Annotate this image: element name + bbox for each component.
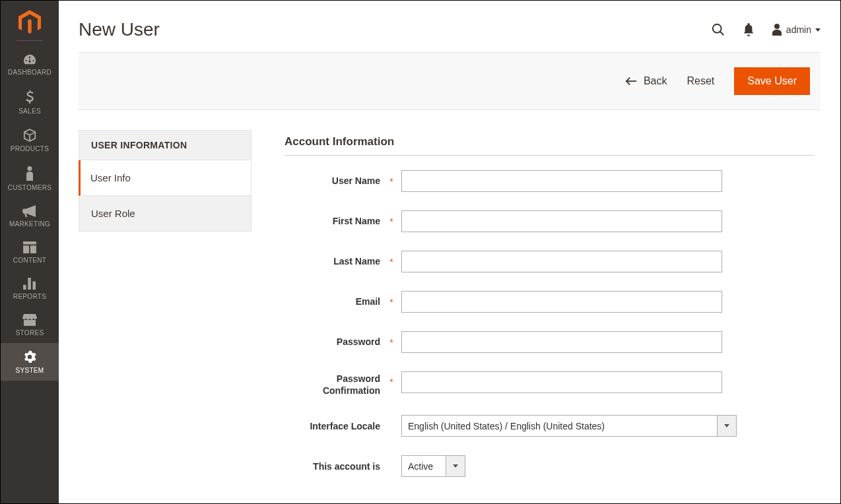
password-label: Password [285,336,387,348]
required-star: * [387,176,396,187]
sidebar-item-label: SYSTEM [1,367,59,374]
chevron-down-icon [717,415,737,437]
gear-icon [1,350,59,363]
sidebar-item-label: CONTENT [1,257,59,264]
locale-select[interactable]: English (United States) / English (Unite… [401,415,737,437]
svg-line-1 [720,32,724,36]
page-title: New User [79,19,160,40]
gauge-icon [1,53,59,65]
user-icon [772,24,782,36]
username-label: User Name [285,175,387,187]
sidebar-item-label: DASHBOARD [1,69,59,76]
svg-point-0 [713,24,722,33]
required-star: * [387,297,396,307]
sidebar-item-sales[interactable]: SALES [1,82,59,121]
admin-label: admin [786,24,811,35]
tabs-header: USER INFORMATION [79,130,252,160]
sidebar-item-label: SALES [1,108,59,115]
sidebar-item-label: STORES [1,329,59,336]
layout-icon [1,241,59,253]
username-field[interactable] [401,170,722,192]
save-user-button[interactable]: Save User [734,67,810,95]
sidebar-item-stores[interactable]: STORES [1,307,59,343]
sidebar-item-label: REPORTS [1,293,59,300]
lastname-label: Last Name [285,255,387,267]
sidebar-item-customers[interactable]: CUSTOMERS [1,159,59,198]
header-actions: admin [711,22,821,37]
page-action-bar: Back Reset Save User [79,52,821,110]
email-label: Email [285,296,387,307]
logo-divider [17,40,43,41]
sidebar-item-system[interactable]: SYSTEM [1,343,59,381]
required-star: * [387,337,396,348]
required-star: * [387,257,396,267]
user-info-tabs: USER INFORMATION User Info User Role [79,130,252,495]
sidebar-item-label: CUSTOMERS [1,184,59,191]
search-icon[interactable] [711,22,725,37]
admin-account-dropdown[interactable]: admin [772,24,821,36]
sidebar-item-content[interactable]: CONTENT [1,234,59,270]
chevron-down-icon [815,28,821,32]
sidebar-item-products[interactable]: PRODUCTS [1,121,59,159]
back-label: Back [644,75,667,87]
firstname-field[interactable] [401,210,722,232]
password-confirm-field[interactable] [401,371,722,393]
dollar-icon [1,90,59,104]
firstname-label: First Name [285,215,387,227]
account-is-label: This account is [285,460,387,472]
sidebar-item-dashboard[interactable]: DASHBOARD [1,46,59,82]
tab-user-role[interactable]: User Role [79,196,252,232]
locale-label: Interface Locale [285,420,387,432]
password-field[interactable] [401,331,722,353]
back-button[interactable]: Back [625,75,667,87]
main-content: New User admin Back Reset [59,1,840,503]
sidebar-item-marketing[interactable]: MARKETING [1,198,59,234]
reset-button[interactable]: Reset [687,75,715,87]
person-icon [1,166,59,181]
bars-icon [1,278,59,290]
lastname-field[interactable] [401,251,722,272]
locale-value: English (United States) / English (Unite… [401,415,717,437]
admin-sidebar: DASHBOARD SALES PRODUCTS CUSTOMERS MARKE [1,1,59,503]
magento-logo[interactable] [1,1,59,40]
megaphone-icon [1,205,59,217]
account-is-select[interactable]: Active [401,455,465,477]
sidebar-item-reports[interactable]: REPORTS [1,270,59,307]
sidebar-item-label: PRODUCTS [1,145,59,152]
account-is-value: Active [401,455,446,477]
required-star: * [387,216,396,227]
bell-icon[interactable] [743,23,755,36]
account-form: Account Information User Name * First Na… [285,130,821,495]
tab-user-info[interactable]: User Info [79,160,252,196]
password-confirm-label: Password Confirmation [285,371,387,396]
store-icon [1,314,59,326]
section-title: Account Information [285,135,814,156]
email-field[interactable] [401,291,722,313]
page-header: New User admin [79,1,821,52]
box-icon [1,129,59,142]
chevron-down-icon [446,455,465,477]
arrow-left-icon [625,77,637,86]
required-star: * [387,371,396,387]
sidebar-item-label: MARKETING [1,220,59,228]
